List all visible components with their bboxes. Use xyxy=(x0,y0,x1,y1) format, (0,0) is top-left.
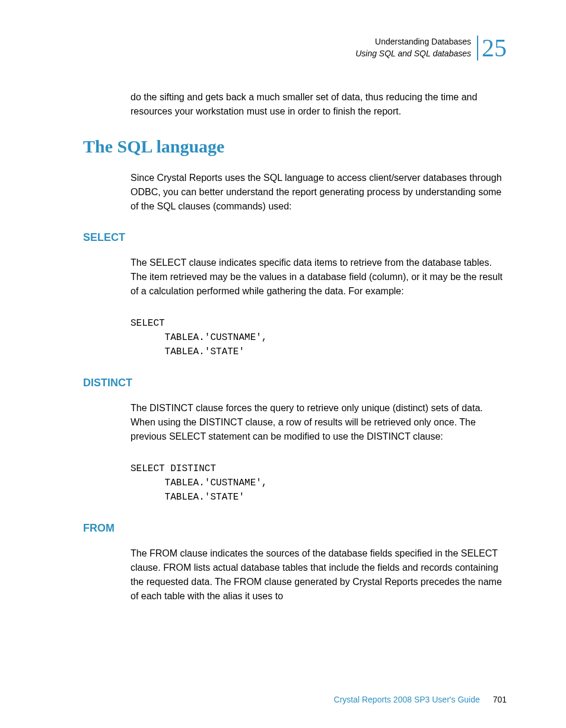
chapter-number: 25 xyxy=(477,36,507,61)
distinct-code-block: SELECT DISTINCT TABLEA.'CUSTNAME', TABLE… xyxy=(131,462,507,504)
heading-sql-language: The SQL language xyxy=(83,136,507,157)
header-chapter-title: Understanding Databases xyxy=(355,36,471,48)
heading-select: SELECT xyxy=(83,231,507,244)
distinct-paragraph: The DISTINCT clause forces the query to … xyxy=(131,401,507,444)
page-footer: Crystal Reports 2008 SP3 User's Guide 70… xyxy=(334,695,507,704)
intro-continuation-paragraph: do the sifting and gets back a much smal… xyxy=(131,90,507,119)
footer-guide-name: Crystal Reports 2008 SP3 User's Guide xyxy=(334,695,480,704)
from-paragraph: The FROM clause indicates the sources of… xyxy=(131,546,507,603)
heading-from: FROM xyxy=(83,522,507,535)
footer-page-number: 701 xyxy=(493,695,507,704)
main-paragraph: Since Crystal Reports uses the SQL langu… xyxy=(131,171,507,214)
header-section-title: Using SQL and SQL databases xyxy=(355,48,471,60)
page-header: Understanding Databases Using SQL and SQ… xyxy=(83,36,507,61)
select-paragraph: The SELECT clause indicates specific dat… xyxy=(131,256,507,298)
header-text-block: Understanding Databases Using SQL and SQ… xyxy=(355,36,471,59)
heading-distinct: DISTINCT xyxy=(83,377,507,389)
select-code-block: SELECT TABLEA.'CUSTNAME', TABLEA.'STATE' xyxy=(131,316,507,359)
